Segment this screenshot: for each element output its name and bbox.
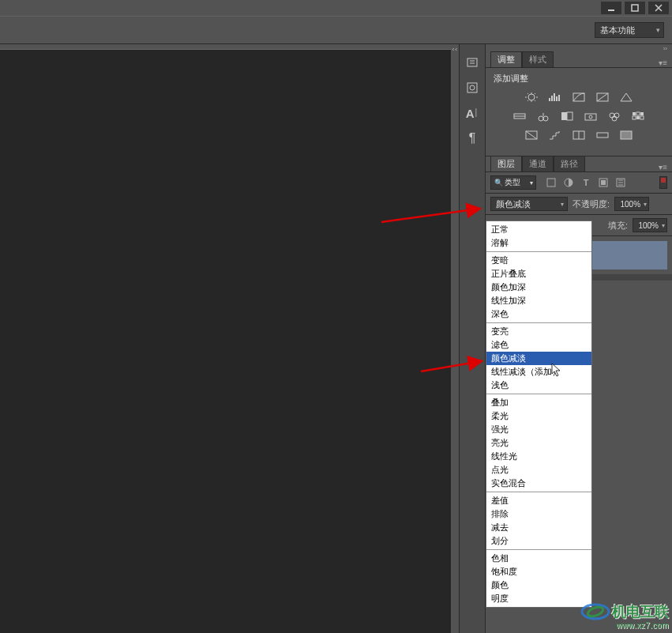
fill-input[interactable]: 100% (633, 218, 667, 232)
bw-icon[interactable] (559, 110, 575, 122)
filter-smart-icon[interactable] (615, 177, 626, 188)
svg-point-17 (612, 116, 617, 121)
canvas[interactable] (0, 49, 451, 633)
blend-item-selected[interactable]: 颜色减淡 (486, 352, 591, 365)
brightness-contrast-icon[interactable] (524, 91, 539, 104)
cursor-icon (551, 363, 562, 377)
exposure-icon[interactable] (595, 91, 610, 104)
fill-label: 填充: (608, 220, 628, 232)
blend-item[interactable]: 亮光 (486, 436, 591, 450)
blend-item[interactable]: 浅色 (486, 379, 591, 392)
watermark-logo-icon (580, 603, 610, 620)
blend-group-component: 色相 饱和度 颜色 明度 (486, 550, 591, 607)
photo-filter-icon[interactable] (583, 110, 599, 122)
color-balance-icon[interactable] (535, 110, 551, 122)
filter-pixel-icon[interactable] (546, 177, 557, 188)
watermark-url: www.xz7.com (580, 621, 669, 630)
blend-item[interactable]: 正片叠底 (486, 267, 591, 281)
tab-channels[interactable]: 通道 (522, 156, 554, 171)
blend-item[interactable]: 线性光 (486, 450, 591, 463)
layer-filter-toggle[interactable] (659, 176, 667, 189)
history-panel-icon[interactable] (462, 52, 482, 73)
blend-item[interactable]: 线性减淡（添加） (486, 365, 591, 379)
filter-shape-icon[interactable] (598, 177, 609, 188)
blend-item[interactable]: 溶解 (486, 236, 591, 250)
tab-styles[interactable]: 样式 (522, 51, 554, 67)
layer-filter-label: 类型 (505, 177, 520, 188)
maximize-button[interactable] (625, 2, 645, 14)
filter-adjustment-icon[interactable] (563, 177, 574, 188)
blend-item[interactable]: 色相 (486, 552, 591, 565)
workspace-select[interactable]: 基本功能 (595, 22, 664, 38)
svg-rect-0 (608, 9, 614, 11)
blend-item[interactable]: 划分 (486, 534, 591, 548)
filter-type-icon[interactable]: T (580, 177, 591, 188)
blend-mode-select[interactable]: 颜色减淡 (490, 197, 568, 211)
curves-icon[interactable] (571, 91, 587, 104)
layers-panel-menu-icon[interactable]: ▾≡ (659, 163, 667, 171)
annotation-arrow-2 (417, 352, 488, 375)
blend-item[interactable]: 颜色加深 (486, 281, 591, 294)
blend-item[interactable]: 点光 (486, 463, 591, 477)
threshold-icon[interactable] (571, 129, 587, 141)
svg-point-36 (587, 605, 604, 618)
svg-rect-31 (601, 180, 606, 185)
blend-item[interactable]: 颜色 (486, 578, 591, 592)
svg-rect-11 (561, 112, 567, 120)
opacity-label: 不透明度: (573, 198, 610, 210)
layer-filter-select[interactable]: 类型 (490, 175, 536, 190)
blend-item[interactable]: 实色混合 (486, 477, 591, 490)
character-panel-icon[interactable]: A│ (462, 103, 482, 123)
channel-mixer-icon[interactable] (606, 110, 622, 122)
blend-item[interactable]: 柔光 (486, 409, 591, 423)
blend-mode-dropdown: 正常 溶解 变暗 正片叠底 颜色加深 线性加深 深色 变亮 滤色 颜色减淡 线性… (486, 220, 592, 608)
svg-point-10 (543, 116, 548, 121)
svg-rect-2 (467, 58, 477, 66)
blend-item[interactable]: 减去 (486, 521, 591, 534)
svg-rect-3 (467, 83, 477, 92)
blend-item[interactable]: 差值 (486, 494, 591, 507)
invert-icon[interactable] (524, 129, 539, 141)
opacity-input[interactable]: 100% (614, 197, 649, 211)
svg-rect-1 (632, 5, 638, 11)
blend-group-normal: 正常 溶解 (486, 221, 591, 252)
blend-item[interactable]: 强光 (486, 423, 591, 436)
blend-item[interactable]: 排除 (486, 507, 591, 521)
tab-paths[interactable]: 路径 (554, 156, 585, 171)
gradient-map-icon[interactable] (595, 129, 610, 141)
tab-layers[interactable]: 图层 (490, 156, 522, 171)
paragraph-panel-icon[interactable]: ¶ (462, 128, 482, 149)
blend-item[interactable]: 变暗 (486, 254, 591, 267)
selective-color-icon[interactable] (618, 129, 634, 141)
blend-item[interactable]: 饱和度 (486, 565, 591, 578)
levels-icon[interactable] (547, 91, 563, 104)
svg-point-15 (610, 113, 614, 118)
tab-adjustments[interactable]: 调整 (490, 51, 522, 67)
vibrance-icon[interactable] (618, 91, 634, 104)
svg-point-9 (539, 116, 543, 121)
blend-item[interactable]: 叠加 (486, 396, 591, 409)
blend-item[interactable]: 明度 (486, 592, 591, 605)
properties-panel-icon[interactable] (462, 77, 482, 98)
svg-rect-13 (585, 114, 596, 120)
blend-item[interactable]: 正常 (486, 223, 591, 236)
watermark: 机电互联 www.xz7.com (580, 602, 669, 630)
svg-point-4 (470, 85, 475, 90)
svg-rect-28 (547, 179, 555, 187)
blend-item[interactable]: 线性加深 (486, 294, 591, 307)
minimize-button[interactable] (601, 2, 621, 14)
blend-mode-row: 颜色减淡 不透明度: 100% (486, 194, 672, 215)
color-lookup-icon[interactable] (630, 110, 646, 122)
adjustments-panel-menu-icon[interactable]: ▾≡ (659, 58, 667, 67)
title-bar (0, 0, 672, 16)
hue-sat-icon[interactable] (512, 110, 527, 122)
close-button[interactable] (648, 2, 669, 14)
svg-rect-12 (567, 112, 573, 120)
adjustments-panel-tabs: 调整 样式 ▾≡ (486, 52, 672, 68)
blend-item[interactable]: 深色 (486, 307, 591, 321)
panels-collapse-left[interactable]: ‹‹ (451, 44, 459, 633)
blend-item[interactable]: 变亮 (486, 325, 591, 338)
blend-item[interactable]: 滤色 (486, 338, 591, 352)
svg-rect-18 (633, 112, 636, 115)
posterize-icon[interactable] (547, 129, 563, 141)
